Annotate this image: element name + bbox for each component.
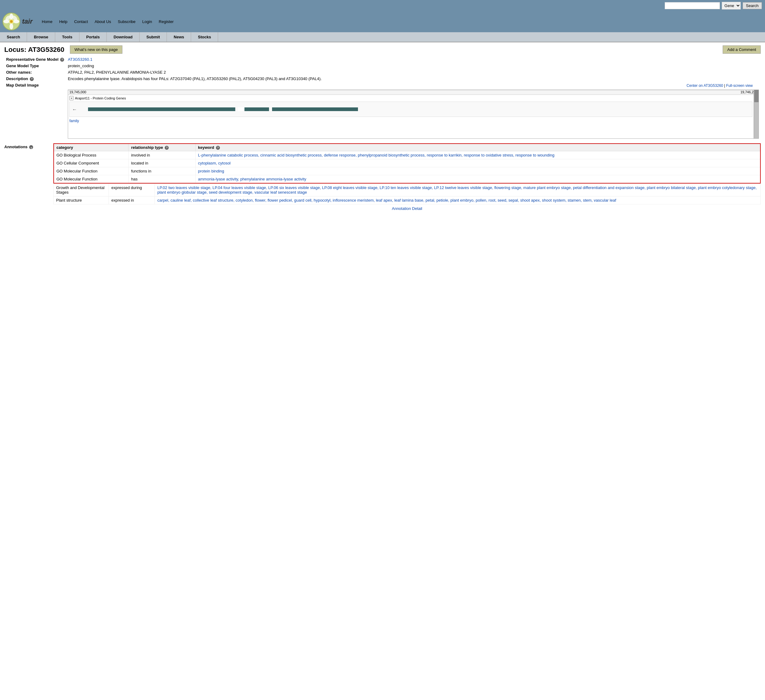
annotation-keyword: cytoplasm, cytosol [195, 159, 760, 167]
description-value: Encodes phenylalanine lyase. Arabidopsis… [66, 76, 761, 82]
extra-keyword: carpel, cauline leaf, collective leaf st… [155, 196, 761, 204]
annotation-detail-container: Annotation Detail [54, 204, 761, 213]
nav-browse[interactable]: Browse [27, 32, 55, 42]
col-category: category [54, 143, 129, 151]
table-row: GO Biological Processinvolved inL-phenyl… [54, 151, 760, 159]
gene-model-type-value: protein_coding [66, 63, 761, 69]
gene-type-select[interactable]: Gene [722, 2, 741, 9]
annotation-category: GO Cellular Component [54, 159, 129, 167]
nav-stocks[interactable]: Stocks [191, 32, 218, 42]
nav-about[interactable]: About Us [95, 19, 111, 24]
nav-portals[interactable]: Portals [79, 32, 107, 42]
gene-block-seg2 [244, 107, 269, 111]
map-detail-label: Map Detail Image [4, 82, 66, 141]
nav-tools[interactable]: Tools [55, 32, 79, 42]
annotations-tbody: GO Biological Processinvolved inL-phenyl… [54, 151, 760, 183]
annotations-table: category relationship type ? keyword ? G… [54, 143, 761, 183]
gene-model-link[interactable]: AT3G53260.1 [68, 57, 92, 61]
extra-annotations: Growth and Developmental Stagesexpressed… [54, 183, 761, 213]
description-help-icon[interactable]: ? [30, 77, 34, 81]
nav-contact[interactable]: Contact [74, 19, 88, 24]
map-scrollbar[interactable] [754, 90, 759, 139]
whats-new-button[interactable]: What's new on this page [70, 46, 123, 54]
gene-block-seg3 [272, 107, 358, 111]
annotation-keyword: protein binding [195, 167, 760, 175]
locus-info-table: Representative Gene Model ? AT3G53260.1 … [4, 56, 761, 141]
nav-register[interactable]: Register [159, 19, 174, 24]
extra-tbody: Growth and Developmental Stagesexpressed… [54, 184, 761, 204]
gene-block-main [88, 107, 235, 111]
nav-subscribe[interactable]: Subscribe [118, 19, 135, 24]
nav-login[interactable]: Login [142, 19, 152, 24]
annotation-relationship: functions in [129, 167, 195, 175]
add-comment-button[interactable]: Add a Comment [722, 46, 761, 54]
col-relationship: relationship type ? [129, 143, 195, 151]
keyword-link[interactable]: ammonia-lyase activity, phenylalanine am… [198, 177, 307, 181]
top-search-bar: Gene Search [0, 0, 765, 11]
table-row: Plant structureexpressed incarpel, cauli… [54, 196, 761, 204]
annotation-category: GO Molecular Function [54, 167, 129, 175]
table-row: GO Cellular Componentlocated incytoplasm… [54, 159, 760, 167]
table-row: Growth and Developmental Stagesexpressed… [54, 184, 761, 196]
ruler-left: 19,745,000 [69, 90, 86, 94]
nav-download[interactable]: Download [107, 32, 140, 42]
annotation-relationship: located in [129, 159, 195, 167]
nav-submit[interactable]: Submit [140, 32, 167, 42]
secondary-nav: Search Browse Tools Portals Download Sub… [0, 32, 765, 43]
center-link[interactable]: Center on AT3G53260 [686, 84, 723, 88]
annotation-detail-link[interactable]: Annotation Detail [392, 206, 422, 211]
fullscreen-link[interactable]: Full-screen view [726, 84, 753, 88]
keyword-link[interactable]: cytoplasm, cytosol [198, 161, 231, 166]
extra-relationship: expressed in [109, 196, 155, 204]
search-button[interactable]: Search [743, 2, 762, 9]
keyword-link[interactable]: L-phenylalanine catabolic process, cinna… [198, 153, 554, 158]
main-nav: Home Help Contact About Us Subscribe Log… [42, 19, 174, 24]
annotation-relationship: involved in [129, 151, 195, 159]
other-names-label: Other names: [4, 69, 66, 76]
map-links: Center on AT3G53260 | Full-screen view [68, 83, 759, 88]
extra-keyword-link[interactable]: carpel, cauline leaf, collective leaf st… [157, 198, 616, 203]
nav-news[interactable]: News [167, 32, 191, 42]
search-input[interactable] [665, 2, 720, 9]
annotation-keyword: L-phenylalanine catabolic process, cinna… [195, 151, 760, 159]
nav-home[interactable]: Home [42, 19, 52, 24]
rep-gene-model-help-icon[interactable]: ? [60, 58, 64, 61]
keyword-help-icon[interactable]: ? [216, 146, 220, 150]
annotation-relationship: has [129, 175, 195, 183]
gene-bar: ← [69, 102, 752, 117]
nav-search[interactable]: Search [0, 32, 27, 42]
annotation-category: GO Molecular Function [54, 175, 129, 183]
annotation-keyword: ammonia-lyase activity, phenylalanine am… [195, 175, 760, 183]
page-content: Locus: AT3G53260 What's new on this page… [0, 43, 765, 216]
annotations-help-icon[interactable]: ? [29, 145, 33, 149]
map-detail-cell: Center on AT3G53260 | Full-screen view 1… [66, 82, 761, 141]
map-scrollbar-thumb[interactable] [754, 90, 759, 102]
map-container: 19,745,000 19,746,250 ✕ Araport11 - Prot… [68, 90, 759, 139]
description-label: Description ? [4, 76, 66, 82]
relationship-help-icon[interactable]: ? [165, 146, 169, 150]
rep-gene-model-label: Representative Gene Model ? [4, 56, 66, 63]
map-ruler: 19,745,000 19,746,250 [68, 90, 759, 95]
family-link[interactable]: family [69, 119, 79, 123]
extra-annotations-table: Growth and Developmental Stagesexpressed… [54, 183, 761, 204]
col-keyword: keyword ? [195, 143, 760, 151]
keyword-link[interactable]: protein binding [198, 169, 224, 173]
extra-keyword-link[interactable]: LP.02 two leaves visible stage, LP.04 fo… [157, 185, 757, 195]
close-track-btn[interactable]: ✕ [69, 96, 74, 100]
extra-relationship: expressed during [109, 184, 155, 196]
table-row: GO Molecular Functionfunctions inprotein… [54, 167, 760, 175]
svg-point-9 [10, 20, 13, 23]
annotations-label: Annotations ? [4, 143, 54, 183]
map-track-label: ✕ Araport11 - Protein Coding Genes [69, 96, 759, 100]
svg-point-3 [9, 23, 13, 30]
annotations-table-container: category relationship type ? keyword ? G… [54, 143, 761, 183]
map-track-area: ✕ Araport11 - Protein Coding Genes ← [68, 95, 759, 124]
logo-text: tair [22, 17, 33, 25]
table-row: GO Molecular Functionhasammonia-lyase ac… [54, 175, 760, 183]
nav-help[interactable]: Help [59, 19, 68, 24]
locus-header: Locus: AT3G53260 What's new on this page… [4, 46, 761, 54]
annotations-section: Annotations ? category relationship type… [4, 143, 761, 183]
extra-category: Plant structure [54, 196, 109, 204]
gene-model-type-label: Gene Model Type [4, 63, 66, 69]
annotation-category: GO Biological Process [54, 151, 129, 159]
